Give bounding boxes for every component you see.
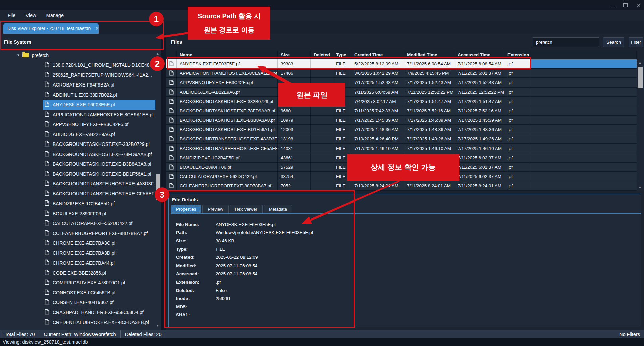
cell-modified: 7/11/2025 8:24:01 AM: [404, 181, 454, 190]
tree-item[interactable]: CHROME.EXE-AED7BA3D.pf: [43, 248, 155, 258]
row-filler: [530, 69, 637, 77]
details-tab-properties[interactable]: Properties: [171, 205, 201, 213]
tree-item[interactable]: BOXUI.EXE-2890FF06.pf: [43, 209, 155, 219]
file-row[interactable]: APPVSHNOTIFY.EXE-FB3C42F5.pf7/17/2025 1:…: [166, 78, 637, 88]
details-tab-metadata[interactable]: Metadata: [264, 205, 292, 213]
file-row[interactable]: BACKGROUNDTRANSFERHOST.EXE-4A3D3F52.pf13…: [166, 134, 637, 144]
cell-ext: .pf: [504, 78, 530, 87]
tree-item[interactable]: BANDIZIP.EXE-1C2B4E5D.pf: [43, 199, 155, 209]
tree-item[interactable]: CCLEANERBUGREPORT.EXE-88D78BA7.pf: [43, 228, 155, 238]
menu-item-view[interactable]: View: [20, 11, 41, 20]
tree-item[interactable]: CODE.EXE-BBE32856.pf: [43, 268, 155, 278]
file-icon: [45, 161, 49, 167]
tree-folder-prefetch[interactable]: ▾prefetch: [0, 50, 161, 60]
tree-item[interactable]: COMPPKGSRV.EXE-4780F0C1.pf: [43, 278, 155, 288]
column-header[interactable]: Name: [177, 50, 278, 59]
file-row[interactable]: BACKGROUNDTRANSFERHOST.EXE-CF5AEFBB.pf14…: [166, 144, 637, 153]
tab-disk-view-explorer[interactable]: Disk View Explorer - 250718_test.maefdb …: [3, 23, 99, 34]
restore-icon[interactable]: [623, 3, 628, 7]
file-row[interactable]: AUDIODG.EXE-AB22E9A6.pf7/11/2025 6:04:58…: [166, 88, 637, 97]
tree-item[interactable]: BACKGROUNDTRANSFERHOST.EXE-CF5AEF...: [43, 189, 155, 199]
cell-deleted: [311, 69, 333, 77]
cell-modified: 7/11/2025 6:08:54 AM: [404, 59, 454, 68]
tree-item[interactable]: 250625_RAPID7SETUP-WINDOWS64.-41A2...: [43, 70, 155, 80]
cell-accessed: 7/11/2025 8:24:01 AM: [454, 181, 504, 190]
row-filler: [530, 88, 637, 96]
tree-item[interactable]: BACKGROUNDTASKHOST.EXE-BD1F56A1.pf: [43, 169, 155, 179]
tab-close-icon[interactable]: ✕: [95, 26, 99, 31]
file-row[interactable]: BACKGROUNDTASKHOST.EXE-BD1F56A1.pf12003F…: [166, 125, 637, 134]
property-value: 2025-05-22 08:12:09: [216, 255, 258, 260]
column-header[interactable]: Accessed Time: [454, 50, 504, 59]
tree-item-label: CONSENT.EXE-40419367.pf: [53, 300, 113, 305]
cell-name: BACKGROUNDTASKHOST.EXE-BD1F56A1.pf: [177, 125, 278, 134]
search-input[interactable]: [533, 37, 599, 47]
tree-item[interactable]: AUDIODG.EXE-AB22E9A6.pf: [43, 129, 155, 139]
tree-item[interactable]: APPLICATIONFRAMEHOST.EXE-8CE9A1EE.pf: [43, 110, 155, 120]
tree-item[interactable]: CALCULATORAPP.EXE-562DD422.pf: [43, 219, 155, 229]
tree-item[interactable]: BACKGROUNDTASKHOST.EXE-332B0729.pf: [43, 139, 155, 150]
menu-item-manage[interactable]: Manage: [41, 11, 69, 20]
search-button[interactable]: Search: [603, 37, 624, 47]
file-row[interactable]: BACKGROUNDTASKHOST.EXE-B3B8A3A8.pf10979F…: [166, 116, 637, 125]
tree-item[interactable]: CHROME.EXE-AED7BA3C.pf: [43, 238, 155, 248]
cell-name: BACKGROUNDTRANSFERHOST.EXE-4A3D3F52.pf: [177, 134, 278, 143]
column-header[interactable]: Type: [333, 50, 351, 59]
tree-item-label: APPVSHNOTIFY.EXE-FB3C42F5.pf: [53, 122, 128, 127]
column-header[interactable]: Extension: [504, 50, 530, 59]
file-row[interactable]: ANYDESK.EXE-F6F03E5E.pf39383FILE5/22/202…: [166, 59, 637, 69]
filter-button[interactable]: Filter: [629, 37, 643, 47]
file-icon: [45, 131, 49, 138]
tree-item[interactable]: ANYDESK.EXE-F6F03E5E.pf: [43, 100, 155, 110]
cell-type: FILE: [333, 125, 351, 134]
tree-item[interactable]: CONHOST.EXE-0C6456FB.pf: [43, 288, 155, 298]
tree-item[interactable]: ACROBAT.EXE-F94F9B2A.pf: [43, 80, 155, 90]
files-scrollbar[interactable]: ▲ ▼: [637, 59, 644, 191]
tree-item[interactable]: BACKGROUNDTASKHOST.EXE-B3B8A3A8.pf: [43, 159, 155, 169]
window-close-icon[interactable]: ✕: [636, 3, 641, 8]
file-row[interactable]: BACKGROUNDTASKHOST.EXE-78FD9AAB.pf9660FI…: [166, 106, 637, 116]
minimize-icon[interactable]: —: [609, 3, 614, 8]
scroll-down-icon[interactable]: ▼: [156, 324, 159, 327]
property-value: False: [216, 288, 227, 293]
annotation-badge-1: 1: [149, 12, 164, 26]
tree-item[interactable]: ADDINUTIL.EXE-38D7B022.pf: [43, 90, 155, 100]
cell-ext: .pf: [504, 144, 530, 153]
tree-item[interactable]: CRASHPAD_HANDLER.EXE-958C63D4.pf: [43, 307, 155, 318]
file-icon: [166, 134, 177, 143]
details-tab-preview[interactable]: Preview: [202, 205, 228, 213]
tree-item[interactable]: BACKGROUNDTRANSFERHOST.EXE-4A3D3F...: [43, 179, 155, 189]
tree-item[interactable]: CHROME.EXE-AED7BA44.pf: [43, 258, 155, 268]
cell-size: 33754: [278, 172, 311, 181]
property-row: Deleted:False: [176, 286, 641, 295]
file-row[interactable]: BACKGROUNDTASKHOST.EXE-332B0729.pf7/4/20…: [166, 97, 637, 106]
column-header[interactable]: Modified Time: [404, 50, 454, 59]
callout-detail-info: 상세 정보 확인 가능: [347, 154, 459, 181]
annotation-badge-2: 2: [150, 56, 165, 71]
cell-ext: .pf: [504, 172, 530, 181]
file-row[interactable]: CCLEANERBUGREPORT.EXE-88D78BA7.pf7052FIL…: [166, 181, 637, 191]
scroll-up-icon[interactable]: ▲: [156, 52, 159, 55]
tree-item[interactable]: CREDENTIALUIBROKER.EXE-8CEDA3EB.pf: [43, 318, 155, 328]
tree-item[interactable]: APPVSHNOTIFY.EXE-FB3C42F5.pf: [43, 120, 155, 130]
file-icon: [166, 116, 177, 124]
cell-accessed: 7/17/2025 1:52:43 AM: [454, 78, 504, 87]
column-header[interactable]: Created Time: [351, 50, 404, 59]
tree-item[interactable]: BACKGROUNDTASKHOST.EXE-78FD9AAB.pf: [43, 149, 155, 159]
column-header[interactable]: Size: [278, 50, 311, 59]
tree-item[interactable]: 138.0.7204.101_CHROME_INSTALL-D1CE48...: [43, 60, 155, 70]
panel-divider[interactable]: [161, 34, 166, 330]
scroll-down-icon[interactable]: ▼: [638, 186, 642, 189]
cell-type: FILE: [333, 144, 351, 153]
files-scrollbar-thumb[interactable]: [638, 67, 643, 88]
details-tab-hex-viewer[interactable]: Hex Viewer: [230, 205, 263, 213]
column-header[interactable]: Deleted: [311, 50, 333, 59]
tree-item[interactable]: CONSENT.EXE-40419367.pf: [43, 298, 155, 308]
file-icon: [45, 171, 49, 177]
row-filler: [530, 153, 637, 162]
row-filler: [530, 106, 637, 115]
file-row[interactable]: APPLICATIONFRAMEHOST.EXE-8CE9A1EE.pf1740…: [166, 69, 637, 78]
callout-source-path-line2: 원본 경로로 이동: [204, 25, 254, 35]
menu-item-file[interactable]: File: [3, 11, 20, 20]
scroll-up-icon[interactable]: ▲: [638, 61, 642, 64]
